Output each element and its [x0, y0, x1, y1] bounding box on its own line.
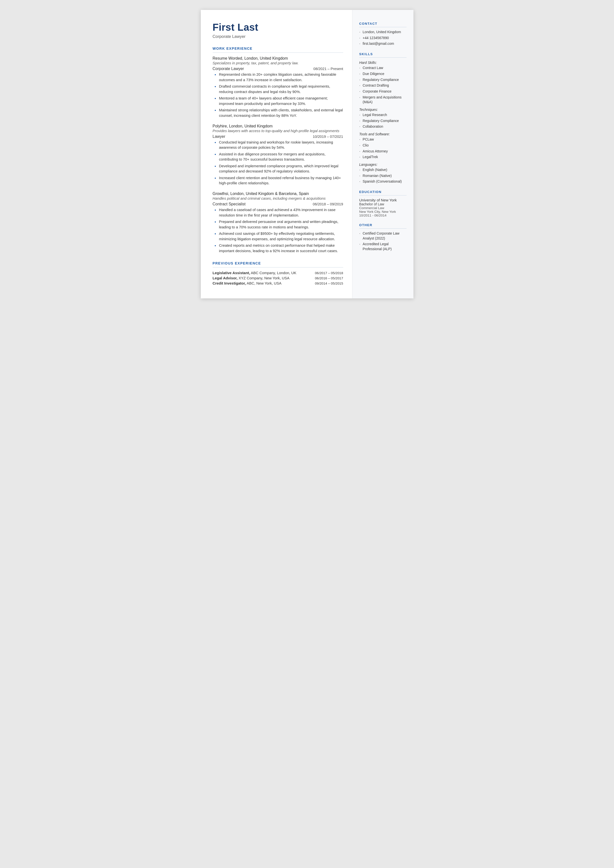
main-column: First Last Corporate Lawyer WORK EXPERIE… [201, 10, 352, 298]
company-rest-0: London, United Kingdom [243, 56, 288, 61]
other-item-0: Certified Corporate Law Analyst (2022) [359, 231, 406, 241]
edu-location-0: New York City, New York [359, 210, 406, 214]
bullet-0-0: Represented clients in 20+ complex litig… [215, 72, 343, 83]
contact-item-0: London, United Kingdom [359, 30, 406, 35]
sidebar-education-divider [359, 195, 406, 196]
company-rest-1: London, United Kingdom [228, 124, 273, 128]
prev-exp-row-0: Legislative Assistant, ABC Company, Lond… [212, 271, 343, 275]
position-dates-2: 06/2018 – 09/2019 [313, 202, 343, 206]
company-block-1: Polyhire, London, United Kingdom Provide… [212, 124, 343, 186]
position-title-1: Lawyer [212, 134, 225, 139]
bullet-list-1: Conducted legal training and workshops f… [212, 140, 343, 186]
edu-degree-0: Bachelor of Law [359, 202, 406, 206]
bullet-0-2: Mentored a team of 40+ lawyers about eff… [215, 96, 343, 106]
hard-skill-4: Corporate Finance [359, 89, 406, 94]
position-row-0: Corporate Lawyer 08/2021 – Present [212, 67, 343, 71]
sidebar-other-title: OTHER [359, 223, 406, 227]
prev-exp-2: Credit Investigator, ABC, New York, USA [212, 281, 282, 285]
sidebar-skills-title: SKILLS [359, 52, 406, 56]
work-experience-section-title: WORK EXPERIENCE [212, 47, 343, 50]
company-block-2: Growthsi, London, United Kingdom & Barce… [212, 191, 343, 254]
contact-list: London, United Kingdom +44 1234567890 fi… [359, 30, 406, 46]
technique-2: Collaboration [359, 124, 406, 129]
sidebar-education-title: EDUCATION [359, 190, 406, 194]
tools-label: Tools and Software: [359, 132, 406, 136]
sidebar-contact-title: CONTACT [359, 22, 406, 25]
technique-1: Regulatory Compliance [359, 118, 406, 123]
bullet-2-2: Achieved cost savings of $9500+ by effec… [215, 231, 343, 242]
tools-list: PCLaw Clio Amicus Attorney LegalTrek [359, 137, 406, 160]
bullet-list-2: Handled a caseload of cases and achieved… [212, 207, 343, 254]
bullet-1-2: Developed and implemented compliance pro… [215, 163, 343, 174]
language-0: English (Native) [359, 168, 406, 172]
prev-exp-dates-1: 06/2016 – 05/2017 [315, 276, 343, 280]
prev-exp-0: Legislative Assistant, ABC Company, Lond… [212, 271, 296, 275]
prev-exp-title-0: Legislative Assistant, [212, 271, 250, 275]
tool-0: PCLaw [359, 137, 406, 142]
languages-list: English (Native) Romanian (Native) Spani… [359, 168, 406, 184]
candidate-name: First Last [212, 22, 343, 33]
bullet-2-0: Handled a caseload of cases and achieved… [215, 207, 343, 218]
bullet-1-0: Conducted legal training and workshops f… [215, 140, 343, 151]
prev-experience-list: Legislative Assistant, ABC Company, Lond… [212, 271, 343, 285]
language-1: Romanian (Native) [359, 174, 406, 179]
company-name-0: Resume Worded, London, United Kingdom [212, 56, 343, 61]
company-bold-0: Resume Worded, [212, 56, 243, 61]
hard-skill-2: Regulatory Compliance [359, 78, 406, 82]
prev-exp-title-2: Credit Investigator, [212, 281, 246, 285]
tool-1: Clio [359, 143, 406, 148]
technique-0: Legal Research [359, 113, 406, 118]
prev-exp-row-2: Credit Investigator, ABC, New York, USA … [212, 281, 343, 285]
bullet-0-3: Maintained strong relationships with cli… [215, 108, 343, 118]
contact-item-2: first.last@gmail.com [359, 41, 406, 46]
sidebar-contact-divider [359, 27, 406, 27]
tool-2: Amicus Attorney [359, 149, 406, 154]
candidate-title: Corporate Lawyer [212, 34, 343, 39]
bullet-2-3: Created reports and metrics on contract … [215, 243, 343, 254]
edu-dates-0: 10/2011 - 06/2014 [359, 214, 406, 217]
language-2: Spanish (Conversational) [359, 179, 406, 184]
hard-skill-0: Contract Law [359, 65, 406, 70]
position-dates-1: 10/2019 – 07/2021 [313, 135, 343, 138]
position-title-0: Corporate Lawyer [212, 67, 244, 71]
position-dates-0: 08/2021 – Present [313, 67, 343, 71]
hard-skill-1: Due Diligence [359, 71, 406, 76]
bullet-2-1: Prepared and delivered persuasive oral a… [215, 219, 343, 230]
prev-exp-rest-1: XYZ Company, New York, USA [238, 276, 290, 280]
company-block-0: Resume Worded, London, United Kingdom Sp… [212, 56, 343, 118]
techniques-label: Techniques: [359, 108, 406, 112]
prev-experience-section-title: PREVIOUS EXPERIENCE [212, 261, 343, 265]
prev-exp-rest-0: ABC Company, London, UK [250, 271, 296, 275]
sidebar-column: CONTACT London, United Kingdom +44 12345… [352, 10, 414, 298]
edu-field-0: Commercial Law [359, 206, 406, 210]
company-name-2: Growthsi, London, United Kingdom & Barce… [212, 191, 343, 196]
hard-skill-3: Contract Drafting [359, 83, 406, 88]
company-rest-2: London, United Kingdom & Barcelona, Spai… [229, 191, 309, 196]
hard-skills-list: Contract Law Due Diligence Regulatory Co… [359, 65, 406, 105]
position-row-2: Contract Specialist 06/2018 – 09/2019 [212, 202, 343, 207]
prev-exp-title-1: Legal Advisor, [212, 276, 238, 280]
company-bold-1: Polyhire, [212, 124, 228, 128]
bullet-list-0: Represented clients in 20+ complex litig… [212, 72, 343, 118]
position-title-2: Contract Specialist [212, 202, 245, 207]
prev-exp-1: Legal Advisor, XYZ Company, New York, US… [212, 276, 290, 280]
company-bold-2: Growthsi, [212, 191, 229, 196]
position-row-1: Lawyer 10/2019 – 07/2021 [212, 134, 343, 139]
hard-skills-label: Hard Skills: [359, 61, 406, 65]
other-item-1: Accredited Legal Professional (ALP) [359, 242, 406, 252]
edu-school-0: University of New York [359, 198, 406, 202]
bullet-1-1: Assisted in due diligence processes for … [215, 152, 343, 162]
resume-page: First Last Corporate Lawyer WORK EXPERIE… [201, 10, 414, 298]
bullet-1-3: Increased client retention and boosted r… [215, 175, 343, 186]
prev-exp-rest-2: ABC, New York, USA [246, 281, 281, 285]
company-desc-2: Handles political and criminal cases, in… [212, 196, 343, 200]
hard-skill-5: Mergers and Acquisitions (M&A) [359, 95, 406, 105]
bullet-0-1: Drafted commercial contracts in complian… [215, 84, 343, 95]
languages-label: Languages: [359, 163, 406, 166]
techniques-list: Legal Research Regulatory Compliance Col… [359, 113, 406, 129]
company-desc-1: Provides lawyers with access to top-qual… [212, 129, 343, 133]
other-list: Certified Corporate Law Analyst (2022) A… [359, 231, 406, 252]
contact-item-1: +44 1234567890 [359, 36, 406, 40]
company-name-1: Polyhire, London, United Kingdom [212, 124, 343, 129]
prev-exp-row-1: Legal Advisor, XYZ Company, New York, US… [212, 276, 343, 280]
